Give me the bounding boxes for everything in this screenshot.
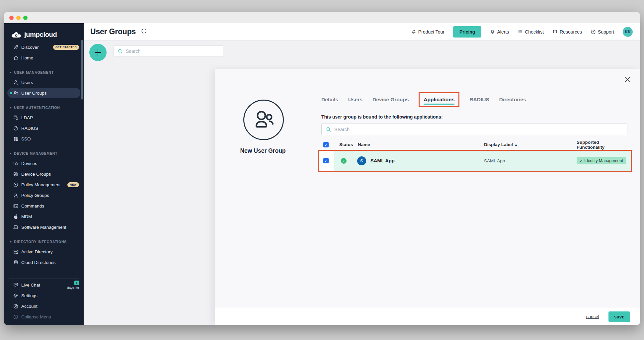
user-icon xyxy=(13,79,19,85)
grid-icon xyxy=(13,136,19,142)
app-window: jumpcloud Discover GET STARTED Home ▾ US… xyxy=(4,12,640,325)
chevron-down-icon: ▾ xyxy=(10,240,12,243)
sidebar-item-label: Discover xyxy=(21,45,39,50)
close-window-button[interactable] xyxy=(9,16,14,20)
sidebar-item-sso[interactable]: SSO xyxy=(4,133,84,144)
sidebar-item-policy-groups[interactable]: Policy Groups xyxy=(4,190,84,201)
column-header-name[interactable]: Name xyxy=(357,142,483,147)
sidebar-item-home[interactable]: Home xyxy=(4,52,84,63)
alerts-button[interactable]: Alerts xyxy=(490,29,509,35)
status-active-icon: ✓ xyxy=(341,158,347,164)
functionality-label: Identity Management xyxy=(584,158,623,163)
sidebar-item-live-chat[interactable]: Live Chat 1 days left xyxy=(4,280,84,290)
sidebar-item-label: Software Management xyxy=(21,225,66,230)
home-icon xyxy=(13,55,19,61)
saml-app-icon: S xyxy=(357,156,366,165)
group-avatar xyxy=(243,100,284,140)
sidebar-item-commands[interactable]: Commands xyxy=(4,201,84,211)
sidebar-item-software-management[interactable]: Software Management xyxy=(4,222,84,232)
sidebar-section-device-management[interactable]: ▾ DEVICE MANAGEMENT xyxy=(4,149,84,158)
checklist-label: Checklist xyxy=(525,29,544,35)
page-title: User Groups xyxy=(90,27,136,36)
select-all-checkbox[interactable]: ✓ xyxy=(323,142,329,147)
sidebar-item-ldap[interactable]: LDAP xyxy=(4,112,84,123)
sidebar-item-radius[interactable]: RADIUS xyxy=(4,123,84,133)
sidebar-item-collapse-menu[interactable]: Collapse Menu xyxy=(4,311,84,322)
panel-footer: cancel save xyxy=(215,308,640,325)
book-icon xyxy=(552,29,558,34)
display-label-value: SAML App xyxy=(483,158,575,163)
applications-tab-annotation-box: Applications xyxy=(419,92,459,107)
applications-search-input[interactable] xyxy=(334,127,623,132)
group-name: New User Group xyxy=(224,147,301,154)
section-label: USER AUTHENTICATION xyxy=(14,106,60,110)
tab-directories[interactable]: Directories xyxy=(499,97,526,103)
sidebar-item-settings[interactable]: Settings xyxy=(4,290,84,301)
sidebar-item-label: Users xyxy=(21,80,33,85)
user-avatar[interactable]: KK xyxy=(623,27,633,37)
checklist-icon xyxy=(518,29,523,34)
sidebar-item-device-groups[interactable]: Device Groups xyxy=(4,169,84,179)
sidebar-item-label: Policy Management xyxy=(21,182,61,187)
maximize-window-button[interactable] xyxy=(23,16,28,20)
application-row-annotation-box[interactable]: ✓ ✓ S SAML App SAML App ✓ Identity Manag… xyxy=(318,150,632,172)
cancel-button[interactable]: cancel xyxy=(586,314,599,319)
info-icon[interactable] xyxy=(141,28,147,35)
sidebar-item-discover[interactable]: Discover GET STARTED xyxy=(4,42,84,52)
sidebar-item-users[interactable]: Users xyxy=(4,77,84,88)
chevron-down-icon: ▾ xyxy=(10,152,12,155)
tab-device-groups[interactable]: Device Groups xyxy=(372,97,409,103)
sidebar-item-label: Devices xyxy=(21,161,37,166)
support-label: Support xyxy=(598,29,614,35)
sidebar-section-user-authentication[interactable]: ▾ USER AUTHENTICATION xyxy=(4,103,84,112)
sidebar-section-user-management[interactable]: ▾ USER MANAGEMENT xyxy=(4,68,84,77)
add-user-group-button[interactable] xyxy=(89,44,107,61)
sidebar-item-label: LDAP xyxy=(21,115,33,120)
sidebar-item-policy-management[interactable]: Policy Management NEW xyxy=(4,179,84,190)
resources-button[interactable]: Resources xyxy=(552,29,582,35)
tab-details[interactable]: Details xyxy=(321,97,338,103)
jumpcloud-logo: jumpcloud xyxy=(4,23,84,42)
column-header-display-label[interactable]: Display Label ▲ xyxy=(483,142,575,147)
application-name: SAML App xyxy=(370,158,395,163)
pricing-button[interactable]: Pricing xyxy=(453,26,481,38)
sidebar-item-label: Live Chat xyxy=(21,283,40,288)
minimize-window-button[interactable] xyxy=(16,16,21,20)
sidebar-item-user-groups[interactable]: User Groups xyxy=(7,88,80,98)
sidebar-item-cloud-directories[interactable]: Cloud Directories xyxy=(4,257,84,268)
sidebar: jumpcloud Discover GET STARTED Home ▾ US… xyxy=(4,23,84,325)
sidebar-item-devices[interactable]: Devices xyxy=(4,158,84,169)
functionality-badge: ✓ Identity Management xyxy=(577,157,626,164)
save-button[interactable]: save xyxy=(608,311,630,322)
tab-radius[interactable]: RADIUS xyxy=(469,97,489,103)
sidebar-item-label: RADIUS xyxy=(21,126,38,131)
close-icon[interactable] xyxy=(623,76,631,84)
product-tour-button[interactable]: Product Tour xyxy=(411,29,444,35)
check-icon: ✓ xyxy=(580,159,583,163)
collapse-arrow-icon xyxy=(13,314,19,320)
sidebar-item-label: Account xyxy=(21,304,38,309)
search-icon xyxy=(118,48,123,54)
tab-users[interactable]: Users xyxy=(348,97,362,103)
sidebar-scrollbar[interactable] xyxy=(81,40,83,100)
sidebar-item-mdm[interactable]: MDM xyxy=(4,211,84,222)
plus-icon xyxy=(94,48,102,57)
support-button[interactable]: Support xyxy=(591,29,614,35)
sidebar-item-active-directory[interactable]: Active Directory xyxy=(4,246,84,257)
sidebar-section-directory-integrations[interactable]: ▾ DIRECTORY INTEGRATIONS xyxy=(4,237,84,246)
product-tour-label: Product Tour xyxy=(418,29,444,35)
sidebar-item-label: Settings xyxy=(21,293,38,298)
sidebar-item-label: Collapse Menu xyxy=(21,314,51,319)
group-list-search-input[interactable]: Search xyxy=(114,45,223,56)
checklist-button[interactable]: Checklist xyxy=(518,29,544,35)
brand-name: jumpcloud xyxy=(24,31,57,39)
sidebar-item-label: MDM xyxy=(21,214,32,219)
sidebar-item-label: User Groups xyxy=(21,91,47,96)
row-checkbox[interactable]: ✓ xyxy=(323,158,329,163)
column-header-status[interactable]: Status xyxy=(338,142,357,147)
sidebar-divider xyxy=(9,279,79,279)
tab-applications[interactable]: Applications xyxy=(424,97,454,105)
column-header-functionality[interactable]: Supported Functionality xyxy=(575,140,627,150)
user-group-glyph-icon xyxy=(249,106,278,134)
sidebar-item-account[interactable]: Account xyxy=(4,301,84,311)
